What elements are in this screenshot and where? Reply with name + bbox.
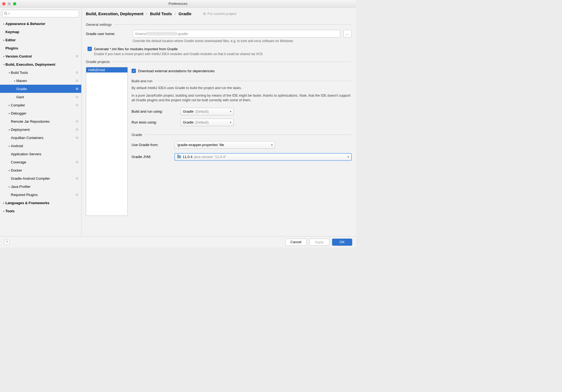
use-gradle-from-label: Use Gradle from: [132,143,171,147]
tree-item[interactable]: ▸Java Profiler [0,182,81,191]
download-annotations-label[interactable]: Download external annotations for depend… [138,69,215,73]
generate-iml-label[interactable]: Generate *.iml files for modules importe… [94,47,178,51]
tree-item[interactable]: ▸Docker [0,166,81,174]
tree-item[interactable]: ▾Build, Execution, Deployment [0,60,81,68]
section-general-settings: General settings [86,23,352,27]
tree-item[interactable]: Gradle-Android Compiler⧉ [0,174,81,182]
tree-item[interactable]: ▸Tools [0,207,81,215]
tree-item-label: Debugger [11,111,79,115]
section-title: General settings [86,23,112,27]
chevron-right-icon: ▸ [8,144,11,147]
apply-button[interactable]: Apply [309,239,329,246]
tree-item-label: Required Plugins [11,193,75,197]
divider [155,81,352,81]
tree-item[interactable]: Plugins [0,44,81,52]
tree-item[interactable]: ▸Version Control⧉ [0,52,81,60]
copy-icon: ⧉ [75,79,79,83]
tree-item-label: Gant [16,95,75,99]
svg-point-0 [5,12,7,14]
gradle-user-home-input[interactable]: /Users/ /.gradle [133,30,340,37]
search-input[interactable] [11,12,77,16]
tree-item-label: Keymap [5,30,79,34]
tree-item-label: Docker [11,168,79,172]
tree-item-label: Gradle-Android Compiler [11,176,75,181]
footer: ? Cancel Apply OK [0,236,356,248]
tree-item[interactable]: Coverage⧉ [0,158,81,166]
gradle-projects-list[interactable]: HelloDroid [86,67,128,216]
zoom-window-button[interactable] [13,2,16,5]
divider [114,24,352,25]
copy-icon: ⧉ [75,54,79,58]
copy-icon: ⧉ [75,87,79,91]
build-using-select[interactable]: Gradle (Default) ▾ [180,108,234,115]
tree-item[interactable]: Gant⧉ [0,93,81,101]
tree-item[interactable]: Keymap [0,28,81,36]
preferences-tree[interactable]: ▸Appearance & BehaviorKeymap▸EditorPlugi… [0,20,81,236]
copy-icon: ⧉ [75,193,79,197]
tree-item-label: Version Control [5,54,75,58]
preferences-sidebar: ▾ ▸Appearance & BehaviorKeymap▸EditorPlu… [0,8,82,236]
tree-item[interactable]: ▸Maven⧉ [0,77,81,85]
tree-item[interactable]: ▸Compiler⧉ [0,101,81,109]
gradle-jvm-select[interactable]: 11.0.4 java version "11.0.4" ▾ [174,153,352,161]
project-list-item[interactable]: HelloDroid [86,67,127,72]
download-annotations-checkbox[interactable]: ✓ [132,69,136,73]
breadcrumb-part[interactable]: Build, Execution, Deployment [86,11,143,16]
help-button[interactable]: ? [4,239,10,245]
generate-iml-checkbox[interactable]: ✓ [88,47,92,51]
tree-item[interactable]: ▸Editor [0,36,81,44]
chevron-right-icon: ▸ [2,201,5,204]
tree-item[interactable]: ▸Debugger [0,109,81,117]
breadcrumb: Build, Execution, Deployment › Build Too… [82,8,356,19]
window-title: Preferences [0,2,356,6]
build-run-desc1: By default IntelliJ IDEA uses Gradle to … [132,86,352,91]
chevron-down-icon: ▾ [348,155,349,158]
tree-item[interactable]: Required Plugins⧉ [0,191,81,199]
chevron-right-icon: ▸ [2,22,5,25]
ok-button[interactable]: OK [332,239,352,246]
chevron-right-icon: › [146,12,147,16]
tree-item-label: Build Tools [11,71,75,75]
build-run-title: Build and run [132,79,152,83]
tree-item-label: Deployment [11,128,75,132]
breadcrumb-part[interactable]: Build Tools [150,11,172,16]
tests-using-select[interactable]: Gradle (Default) ▾ [180,119,234,126]
divider [145,135,352,135]
copy-icon: ⧉ [75,95,79,99]
chevron-down-icon: ▾ [230,121,231,124]
close-window-button[interactable] [2,2,5,5]
tree-item-label: Application Servers [11,152,79,156]
for-project-label: ⧉ For current project [203,12,236,16]
browse-button[interactable]: … [344,30,352,37]
tree-item[interactable]: Arquillian Containers⧉ [0,134,81,142]
search-box[interactable]: ▾ [2,10,79,17]
tree-item[interactable]: Application Servers [0,150,81,158]
section-gradle-projects: Gradle projects [86,60,352,64]
tree-item-label: Languages & Frameworks [5,201,79,205]
tree-item[interactable]: ▾Build Tools⧉ [0,68,81,77]
build-using-label: Build and run using: [132,109,177,113]
tree-item-label: Maven [16,79,75,83]
minimize-window-button[interactable] [8,2,11,5]
chevron-right-icon: ▸ [8,112,11,115]
divider [113,62,352,62]
chevron-right-icon: ▸ [8,128,11,131]
use-gradle-from-select[interactable]: 'gradle-wrapper.properties' file ▾ [174,141,275,149]
tree-item[interactable]: Gradle⧉ [0,85,81,93]
copy-icon: ⧉ [203,12,206,16]
tree-item-label: Build, Execution, Deployment [5,62,79,67]
cancel-button[interactable]: Cancel [285,239,307,246]
traffic-lights [2,2,16,5]
chevron-down-icon: ▾ [2,63,5,66]
chevron-down-icon: ▾ [271,143,273,146]
chevron-down-icon: ▾ [8,12,10,15]
tree-item[interactable]: Remote Jar Repositories⧉ [0,117,81,125]
tree-item-label: Plugins [5,46,79,50]
tree-item[interactable]: ▸Appearance & Behavior [0,20,81,28]
tree-item[interactable]: ▸Deployment⧉ [0,125,81,134]
folder-icon [177,155,181,158]
tree-item[interactable]: ▸Languages & Frameworks [0,199,81,207]
tree-item-label: Android [11,144,79,148]
tree-item[interactable]: ▸Android [0,142,81,150]
copy-icon: ⧉ [75,103,79,107]
